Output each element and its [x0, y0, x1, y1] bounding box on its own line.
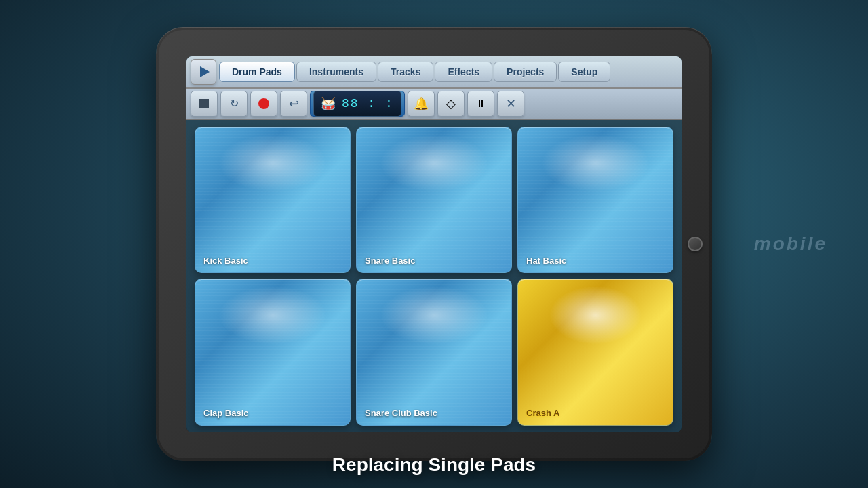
- pad-hat[interactable]: Hat Basic: [517, 127, 673, 274]
- record-button[interactable]: [250, 91, 277, 117]
- ipad-screen: Drum Pads Instruments Tracks Effects Pro…: [186, 56, 682, 432]
- quantize-button[interactable]: ◇: [437, 91, 465, 117]
- pad-hat-label: Hat Basic: [526, 256, 566, 266]
- caption-text: Replacing Single Pads: [0, 454, 868, 476]
- pad-kick-label: Kick Basic: [203, 256, 248, 266]
- pad-kick[interactable]: Kick Basic: [195, 127, 351, 274]
- app-container: Drum Pads Instruments Tracks Effects Pro…: [186, 56, 682, 432]
- tab-drum-pads[interactable]: Drum Pads: [219, 62, 295, 82]
- bpm-value: 88 : :: [342, 97, 394, 110]
- mixer-icon: ⏸: [475, 98, 486, 110]
- pad-snare[interactable]: Snare Basic: [356, 127, 512, 274]
- toolbar: ↻ ↩ 🥁 88 : :: [186, 89, 682, 120]
- nav-tabs: Drum Pads Instruments Tracks Effects Pro…: [219, 62, 610, 82]
- quantize-icon: ◇: [446, 96, 456, 111]
- stop-button[interactable]: [191, 91, 218, 117]
- tab-instruments[interactable]: Instruments: [296, 62, 376, 82]
- tab-projects[interactable]: Projects: [494, 62, 557, 82]
- play-icon: [200, 66, 210, 77]
- metronome-icon: 🔔: [414, 96, 429, 111]
- play-button[interactable]: [191, 59, 216, 85]
- metronome-button[interactable]: 🔔: [408, 91, 435, 117]
- pad-crash-label: Crash A: [526, 408, 559, 418]
- close-icon: ✕: [506, 96, 516, 111]
- loop-button[interactable]: ↻: [220, 91, 248, 117]
- undo-icon: ↩: [289, 96, 299, 111]
- drum-bpm-display[interactable]: 🥁 88 : :: [310, 91, 405, 117]
- tab-effects[interactable]: Effects: [435, 62, 492, 82]
- pad-snare-label: Snare Basic: [365, 256, 415, 266]
- tab-setup[interactable]: Setup: [558, 62, 610, 82]
- mobile-watermark: mobile: [754, 233, 827, 255]
- top-nav: Drum Pads Instruments Tracks Effects Pro…: [186, 56, 682, 89]
- pad-clap[interactable]: Clap Basic: [195, 279, 351, 426]
- pad-clap-label: Clap Basic: [203, 408, 248, 418]
- stop-icon: [199, 99, 209, 108]
- pad-snare-club[interactable]: Snare Club Basic: [356, 279, 512, 426]
- bpm-widget: 🥁 88 : :: [313, 91, 401, 117]
- record-icon: [258, 98, 269, 109]
- close-button[interactable]: ✕: [497, 91, 524, 117]
- undo-button[interactable]: ↩: [280, 91, 307, 117]
- pad-grid: Kick Basic Snare Basic Hat Basic Clap Ba…: [186, 120, 682, 432]
- loop-icon: ↻: [230, 97, 239, 110]
- home-button[interactable]: [688, 237, 703, 251]
- mixer-button[interactable]: ⏸: [467, 91, 494, 117]
- ipad-frame: Drum Pads Instruments Tracks Effects Pro…: [156, 27, 712, 461]
- pad-snare-club-label: Snare Club Basic: [365, 408, 437, 418]
- pad-crash[interactable]: Crash A: [517, 279, 673, 426]
- drum-icon: 🥁: [321, 96, 336, 111]
- tab-tracks[interactable]: Tracks: [378, 62, 433, 82]
